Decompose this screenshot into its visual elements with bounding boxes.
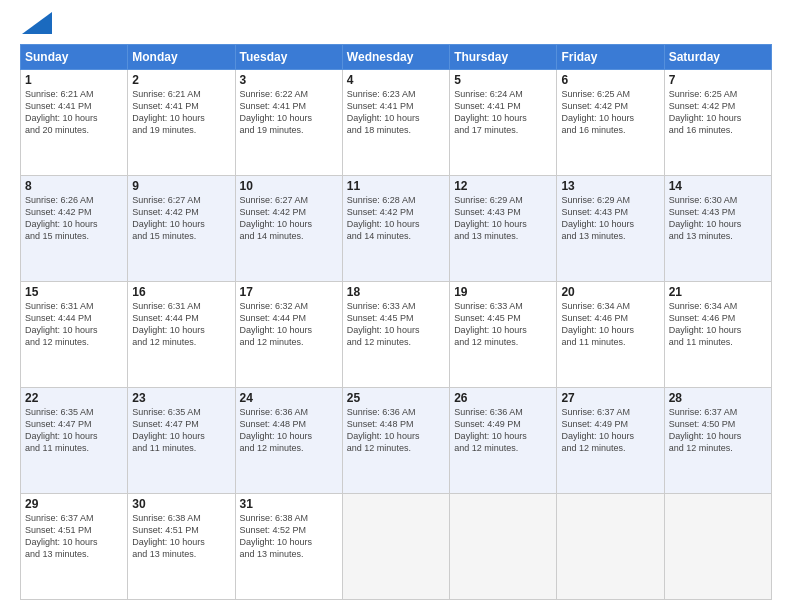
calendar-cell	[450, 494, 557, 600]
calendar-week-1: 1Sunrise: 6:21 AM Sunset: 4:41 PM Daylig…	[21, 70, 772, 176]
day-info: Sunrise: 6:32 AM Sunset: 4:44 PM Dayligh…	[240, 300, 338, 349]
day-number: 26	[454, 391, 552, 405]
calendar-cell: 9Sunrise: 6:27 AM Sunset: 4:42 PM Daylig…	[128, 176, 235, 282]
day-info: Sunrise: 6:34 AM Sunset: 4:46 PM Dayligh…	[561, 300, 659, 349]
calendar-cell: 6Sunrise: 6:25 AM Sunset: 4:42 PM Daylig…	[557, 70, 664, 176]
weekday-header-monday: Monday	[128, 45, 235, 70]
day-number: 1	[25, 73, 123, 87]
calendar-cell: 20Sunrise: 6:34 AM Sunset: 4:46 PM Dayli…	[557, 282, 664, 388]
svg-marker-0	[22, 12, 52, 34]
day-info: Sunrise: 6:31 AM Sunset: 4:44 PM Dayligh…	[25, 300, 123, 349]
day-info: Sunrise: 6:29 AM Sunset: 4:43 PM Dayligh…	[561, 194, 659, 243]
day-number: 7	[669, 73, 767, 87]
calendar-cell: 3Sunrise: 6:22 AM Sunset: 4:41 PM Daylig…	[235, 70, 342, 176]
calendar-cell: 28Sunrise: 6:37 AM Sunset: 4:50 PM Dayli…	[664, 388, 771, 494]
calendar-cell: 21Sunrise: 6:34 AM Sunset: 4:46 PM Dayli…	[664, 282, 771, 388]
day-info: Sunrise: 6:38 AM Sunset: 4:52 PM Dayligh…	[240, 512, 338, 561]
calendar-week-3: 15Sunrise: 6:31 AM Sunset: 4:44 PM Dayli…	[21, 282, 772, 388]
calendar-cell: 2Sunrise: 6:21 AM Sunset: 4:41 PM Daylig…	[128, 70, 235, 176]
calendar-cell: 8Sunrise: 6:26 AM Sunset: 4:42 PM Daylig…	[21, 176, 128, 282]
calendar-cell: 22Sunrise: 6:35 AM Sunset: 4:47 PM Dayli…	[21, 388, 128, 494]
day-number: 31	[240, 497, 338, 511]
day-info: Sunrise: 6:33 AM Sunset: 4:45 PM Dayligh…	[454, 300, 552, 349]
day-info: Sunrise: 6:35 AM Sunset: 4:47 PM Dayligh…	[25, 406, 123, 455]
weekday-header-row: SundayMondayTuesdayWednesdayThursdayFrid…	[21, 45, 772, 70]
day-info: Sunrise: 6:34 AM Sunset: 4:46 PM Dayligh…	[669, 300, 767, 349]
logo-icon	[22, 12, 52, 34]
weekday-header-wednesday: Wednesday	[342, 45, 449, 70]
day-info: Sunrise: 6:21 AM Sunset: 4:41 PM Dayligh…	[25, 88, 123, 137]
calendar-week-4: 22Sunrise: 6:35 AM Sunset: 4:47 PM Dayli…	[21, 388, 772, 494]
day-number: 28	[669, 391, 767, 405]
day-number: 11	[347, 179, 445, 193]
weekday-header-tuesday: Tuesday	[235, 45, 342, 70]
day-number: 10	[240, 179, 338, 193]
calendar-cell	[342, 494, 449, 600]
calendar-cell: 23Sunrise: 6:35 AM Sunset: 4:47 PM Dayli…	[128, 388, 235, 494]
calendar-cell: 7Sunrise: 6:25 AM Sunset: 4:42 PM Daylig…	[664, 70, 771, 176]
day-number: 5	[454, 73, 552, 87]
calendar-cell: 31Sunrise: 6:38 AM Sunset: 4:52 PM Dayli…	[235, 494, 342, 600]
day-number: 20	[561, 285, 659, 299]
weekday-header-sunday: Sunday	[21, 45, 128, 70]
day-info: Sunrise: 6:33 AM Sunset: 4:45 PM Dayligh…	[347, 300, 445, 349]
day-info: Sunrise: 6:37 AM Sunset: 4:50 PM Dayligh…	[669, 406, 767, 455]
day-info: Sunrise: 6:27 AM Sunset: 4:42 PM Dayligh…	[240, 194, 338, 243]
day-number: 4	[347, 73, 445, 87]
calendar-body: 1Sunrise: 6:21 AM Sunset: 4:41 PM Daylig…	[21, 70, 772, 600]
header	[20, 16, 772, 34]
calendar-table: SundayMondayTuesdayWednesdayThursdayFrid…	[20, 44, 772, 600]
calendar-cell: 19Sunrise: 6:33 AM Sunset: 4:45 PM Dayli…	[450, 282, 557, 388]
day-info: Sunrise: 6:37 AM Sunset: 4:49 PM Dayligh…	[561, 406, 659, 455]
day-number: 3	[240, 73, 338, 87]
logo	[20, 16, 52, 34]
calendar-cell: 27Sunrise: 6:37 AM Sunset: 4:49 PM Dayli…	[557, 388, 664, 494]
calendar-week-5: 29Sunrise: 6:37 AM Sunset: 4:51 PM Dayli…	[21, 494, 772, 600]
day-info: Sunrise: 6:35 AM Sunset: 4:47 PM Dayligh…	[132, 406, 230, 455]
day-info: Sunrise: 6:22 AM Sunset: 4:41 PM Dayligh…	[240, 88, 338, 137]
day-number: 13	[561, 179, 659, 193]
calendar-cell: 26Sunrise: 6:36 AM Sunset: 4:49 PM Dayli…	[450, 388, 557, 494]
day-info: Sunrise: 6:23 AM Sunset: 4:41 PM Dayligh…	[347, 88, 445, 137]
calendar-cell	[664, 494, 771, 600]
day-number: 15	[25, 285, 123, 299]
day-info: Sunrise: 6:37 AM Sunset: 4:51 PM Dayligh…	[25, 512, 123, 561]
day-number: 14	[669, 179, 767, 193]
calendar-cell: 18Sunrise: 6:33 AM Sunset: 4:45 PM Dayli…	[342, 282, 449, 388]
day-info: Sunrise: 6:25 AM Sunset: 4:42 PM Dayligh…	[669, 88, 767, 137]
day-number: 8	[25, 179, 123, 193]
day-info: Sunrise: 6:36 AM Sunset: 4:48 PM Dayligh…	[347, 406, 445, 455]
calendar-cell: 12Sunrise: 6:29 AM Sunset: 4:43 PM Dayli…	[450, 176, 557, 282]
day-info: Sunrise: 6:28 AM Sunset: 4:42 PM Dayligh…	[347, 194, 445, 243]
calendar-cell: 14Sunrise: 6:30 AM Sunset: 4:43 PM Dayli…	[664, 176, 771, 282]
calendar-cell	[557, 494, 664, 600]
calendar-week-2: 8Sunrise: 6:26 AM Sunset: 4:42 PM Daylig…	[21, 176, 772, 282]
day-number: 12	[454, 179, 552, 193]
calendar-cell: 16Sunrise: 6:31 AM Sunset: 4:44 PM Dayli…	[128, 282, 235, 388]
calendar-cell: 10Sunrise: 6:27 AM Sunset: 4:42 PM Dayli…	[235, 176, 342, 282]
day-number: 21	[669, 285, 767, 299]
day-number: 25	[347, 391, 445, 405]
calendar-cell: 17Sunrise: 6:32 AM Sunset: 4:44 PM Dayli…	[235, 282, 342, 388]
day-number: 2	[132, 73, 230, 87]
calendar-cell: 4Sunrise: 6:23 AM Sunset: 4:41 PM Daylig…	[342, 70, 449, 176]
day-number: 16	[132, 285, 230, 299]
day-number: 18	[347, 285, 445, 299]
page: SundayMondayTuesdayWednesdayThursdayFrid…	[0, 0, 792, 612]
calendar-cell: 30Sunrise: 6:38 AM Sunset: 4:51 PM Dayli…	[128, 494, 235, 600]
calendar-cell: 15Sunrise: 6:31 AM Sunset: 4:44 PM Dayli…	[21, 282, 128, 388]
day-info: Sunrise: 6:36 AM Sunset: 4:49 PM Dayligh…	[454, 406, 552, 455]
calendar-cell: 29Sunrise: 6:37 AM Sunset: 4:51 PM Dayli…	[21, 494, 128, 600]
day-info: Sunrise: 6:24 AM Sunset: 4:41 PM Dayligh…	[454, 88, 552, 137]
calendar-cell: 13Sunrise: 6:29 AM Sunset: 4:43 PM Dayli…	[557, 176, 664, 282]
day-info: Sunrise: 6:29 AM Sunset: 4:43 PM Dayligh…	[454, 194, 552, 243]
weekday-header-thursday: Thursday	[450, 45, 557, 70]
day-info: Sunrise: 6:26 AM Sunset: 4:42 PM Dayligh…	[25, 194, 123, 243]
calendar-cell: 11Sunrise: 6:28 AM Sunset: 4:42 PM Dayli…	[342, 176, 449, 282]
day-number: 30	[132, 497, 230, 511]
day-info: Sunrise: 6:30 AM Sunset: 4:43 PM Dayligh…	[669, 194, 767, 243]
day-number: 24	[240, 391, 338, 405]
calendar-cell: 24Sunrise: 6:36 AM Sunset: 4:48 PM Dayli…	[235, 388, 342, 494]
day-info: Sunrise: 6:36 AM Sunset: 4:48 PM Dayligh…	[240, 406, 338, 455]
day-number: 19	[454, 285, 552, 299]
